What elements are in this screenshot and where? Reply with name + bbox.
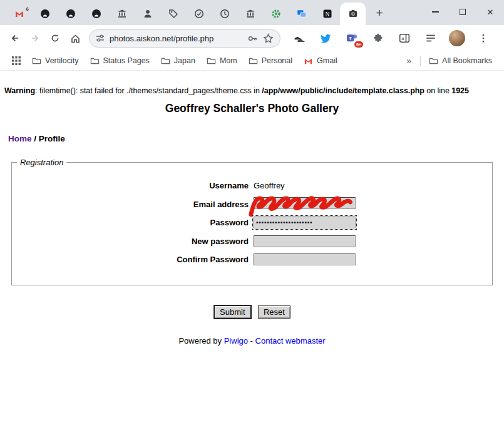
teams-notification-badge: 9+ [354, 41, 363, 48]
bookmarks-divider [420, 56, 421, 66]
notion-icon: N [322, 9, 332, 19]
piwigo-link[interactable]: Piwigo [224, 336, 248, 346]
breadcrumb: Home / Profile [8, 134, 504, 143]
home-button[interactable] [65, 28, 85, 48]
extensions-area: T 9+ a ⋮ [284, 30, 499, 46]
pinned-tab-tag[interactable] [160, 3, 186, 25]
form-row-new-password: New password [12, 232, 492, 251]
svg-text:T: T [349, 35, 352, 41]
pinned-tab-github-1[interactable] [32, 3, 58, 25]
bank-icon [117, 9, 127, 19]
folder-icon [161, 56, 170, 66]
bookmarks-bar: Vertilocity Status Pages Japan Mom Perso… [0, 51, 504, 71]
breadcrumb-home-link[interactable]: Home [8, 134, 32, 143]
pinned-tab-bank-1[interactable] [109, 3, 135, 25]
extensions-puzzle-icon [373, 33, 384, 44]
reset-button[interactable]: Reset [258, 305, 291, 319]
username-value: Geoffrey [254, 181, 285, 190]
gmail-icon [14, 9, 24, 19]
gmail-unread-badge: 6 [26, 6, 29, 12]
form-row-username: Username Geoffrey [12, 177, 492, 195]
refresh-button[interactable] [45, 28, 65, 48]
password-input[interactable]: ••••••••••••••••••••• [254, 217, 356, 228]
pinned-tab-settings[interactable] [263, 3, 289, 25]
svg-text:N: N [325, 11, 329, 18]
pinned-tab-notion[interactable]: N [314, 3, 340, 25]
bookmark-folder-mom[interactable]: Mom [201, 54, 243, 68]
pinned-tab-person[interactable] [135, 3, 160, 25]
close-button[interactable]: ✕ [476, 0, 504, 24]
bird-extension-button[interactable] [318, 30, 334, 46]
page-content: Warning: filemtime(): stat failed for ./… [0, 71, 504, 425]
pinned-tab-clock[interactable] [212, 3, 237, 25]
pinned-tab-remote[interactable] [289, 3, 314, 25]
breadcrumb-separator: / [32, 134, 39, 143]
active-tab[interactable] [340, 3, 366, 25]
browser-toolbar: photos.aiskon.net/profile.php T 9+ a [0, 25, 504, 51]
forward-button[interactable] [25, 28, 45, 48]
form-buttons: Submit Reset [0, 305, 504, 319]
bookmark-label: Gmail [317, 56, 337, 65]
all-bookmarks-button[interactable]: All Bookmarks [423, 54, 498, 68]
side-panel-button[interactable]: a [396, 30, 413, 46]
apps-grid-button[interactable] [6, 54, 26, 67]
confirm-password-input[interactable] [254, 253, 356, 265]
bookmark-folder-vertilocity[interactable]: Vertilocity [26, 54, 85, 68]
maximize-button[interactable] [449, 0, 476, 24]
green-gear-icon [271, 9, 281, 19]
bookmarks-overflow-button[interactable]: » [400, 56, 418, 66]
pinned-tab-status[interactable] [186, 3, 212, 25]
pinned-tab-gmail[interactable]: 6 [6, 3, 32, 25]
warning-line-number: 1925 [451, 86, 469, 95]
minimize-button[interactable] [421, 0, 449, 24]
bookmark-folder-personal[interactable]: Personal [243, 54, 298, 68]
extensions-menu-button[interactable] [371, 30, 387, 46]
contact-webmaster-link[interactable]: Contact webmaster [255, 336, 326, 346]
browser-menu-button[interactable]: ⋮ [475, 30, 491, 46]
registration-legend: Registration [17, 158, 66, 167]
powered-by-text: Powered by [178, 336, 224, 346]
pinned-tab-github-3[interactable] [83, 3, 109, 25]
pinned-tab-bank-2[interactable] [237, 3, 263, 25]
blue-bird-extension-icon [320, 33, 332, 44]
bookmark-label: Japan [174, 56, 195, 65]
folder-icon [90, 56, 100, 66]
email-field-wrapper [254, 197, 356, 212]
footer-dash: - [248, 336, 255, 346]
tab-strip: 6 [0, 0, 504, 25]
bookmark-star-icon[interactable] [263, 33, 274, 44]
bookmark-folder-japan[interactable]: Japan [155, 54, 201, 68]
sneakers-extension-button[interactable] [292, 30, 308, 46]
site-favicon [348, 9, 358, 19]
reading-list-button[interactable] [423, 30, 439, 46]
password-key-icon[interactable] [247, 33, 258, 44]
gmail-icon [304, 56, 313, 66]
browser-window: 6 [0, 0, 504, 425]
minimize-icon [432, 11, 439, 13]
check-circle-icon [194, 9, 204, 19]
bookmark-gmail[interactable]: Gmail [298, 54, 343, 68]
url-text[interactable]: photos.aiskon.net/profile.php [110, 34, 242, 43]
submit-button[interactable]: Submit [213, 305, 251, 319]
back-button[interactable] [5, 28, 25, 48]
address-bar[interactable]: photos.aiskon.net/profile.php [89, 29, 280, 48]
registration-fieldset: Registration Username Geoffrey Email add… [11, 158, 493, 285]
form-row-confirm-password: Confirm Password [12, 250, 492, 269]
all-bookmarks-label: All Bookmarks [442, 56, 492, 65]
confirm-password-label: Confirm Password [12, 255, 254, 264]
profile-button[interactable] [449, 30, 465, 46]
bookmark-label: Mom [220, 56, 237, 65]
bookmark-folder-status-pages[interactable]: Status Pages [85, 54, 155, 68]
folder-icon [429, 56, 438, 66]
breadcrumb-current: Profile [39, 134, 65, 143]
folder-icon [207, 56, 216, 66]
bookmark-label: Personal [262, 56, 292, 65]
new-tab-button[interactable]: + [371, 4, 388, 22]
email-input[interactable] [254, 197, 356, 209]
reading-list-icon [425, 33, 436, 44]
pinned-tab-github-2[interactable] [58, 3, 83, 25]
bank-icon [245, 9, 255, 19]
new-password-input[interactable] [254, 235, 356, 247]
folder-icon [249, 56, 258, 66]
teams-extension-button[interactable]: T 9+ [344, 30, 361, 46]
